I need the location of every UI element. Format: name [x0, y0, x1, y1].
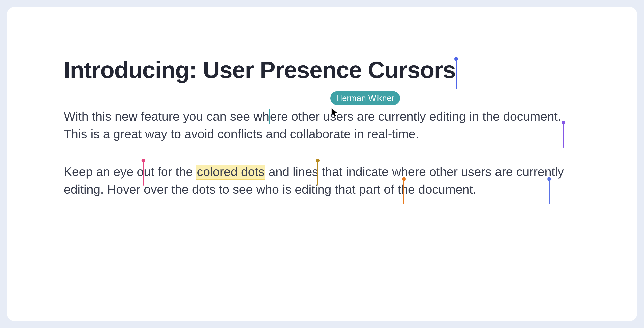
paragraph-2: Keep an eye out for the colored dots and… — [64, 163, 580, 198]
page-title: Introducing: User Presence Cursors — [64, 57, 580, 83]
presence-name-bubble[interactable]: Herman Wikner — [330, 91, 400, 105]
document-card: Introducing: User Presence Cursors With … — [7, 7, 637, 321]
para2-part-a: Keep an eye out for the — [64, 165, 196, 179]
presence-name-text: Herman Wikner — [336, 94, 394, 103]
highlighted-text: colored dots — [196, 165, 265, 180]
presence-dot-icon — [142, 159, 145, 162]
presence-dot-icon — [316, 159, 320, 162]
presence-stem-icon — [456, 61, 457, 89]
para1-part-a: With this new feature you can see wh — [64, 109, 269, 123]
title-text: Introducing: User Presence Cursors — [64, 57, 456, 83]
paragraph-1: With this new feature you can see where … — [64, 106, 580, 143]
presence-dot-icon — [562, 121, 565, 125]
presence-stem-icon — [563, 124, 564, 148]
presence-stem-icon — [549, 181, 550, 204]
text-caret — [269, 109, 270, 124]
mouse-pointer-icon — [331, 105, 338, 115]
